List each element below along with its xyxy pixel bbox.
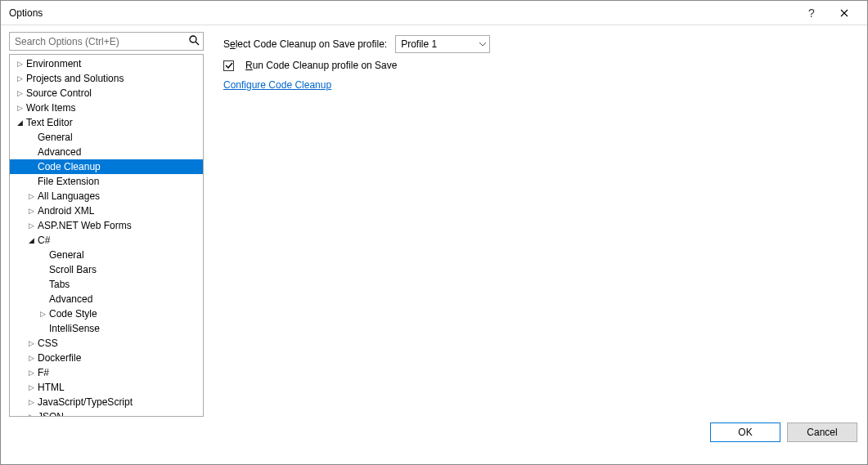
ok-button[interactable]: OK bbox=[710, 423, 780, 442]
tree-node[interactable]: ▷F# bbox=[10, 365, 203, 380]
tree-node-label: JavaScript/TypeScript bbox=[36, 396, 133, 408]
tree-node-label: Code Style bbox=[47, 308, 97, 320]
chevron-right-icon[interactable]: ▷ bbox=[26, 207, 36, 215]
tree-node[interactable]: ▷ASP.NET Web Forms bbox=[10, 218, 203, 233]
close-button[interactable] bbox=[828, 1, 861, 25]
tree-indent bbox=[26, 133, 36, 141]
chevron-right-icon[interactable]: ▷ bbox=[26, 339, 36, 347]
tree-indent bbox=[38, 280, 47, 288]
tree-node-label: Scroll Bars bbox=[47, 264, 97, 275]
tree-node-label: Environment bbox=[25, 58, 81, 69]
chevron-right-icon[interactable]: ▷ bbox=[26, 383, 36, 391]
tree-node[interactable]: General bbox=[10, 130, 203, 145]
tree-node-label: CSS bbox=[36, 338, 58, 349]
tree-node[interactable]: ▷All Languages bbox=[10, 189, 203, 203]
tree-node-label: All Languages bbox=[36, 190, 100, 202]
chevron-right-icon[interactable]: ▷ bbox=[26, 192, 36, 200]
tree-indent bbox=[26, 163, 36, 171]
tree-node-label: IntelliSense bbox=[47, 323, 100, 334]
profile-select[interactable]: Profile 1 bbox=[395, 35, 490, 53]
checkbox-row: Run Code Cleanup profile on Save bbox=[223, 58, 857, 73]
tree-node[interactable]: ▷Android XML bbox=[10, 203, 203, 218]
settings-panel: Select Code Cleanup on Save profile: Pro… bbox=[223, 32, 857, 417]
help-button[interactable]: ? bbox=[795, 1, 828, 25]
chevron-right-icon[interactable]: ▷ bbox=[26, 354, 36, 362]
tree-node-label: General bbox=[36, 132, 73, 143]
titlebar: Options ? bbox=[1, 1, 867, 25]
chevron-right-icon[interactable]: ▷ bbox=[26, 398, 36, 406]
tree-node-label: Advanced bbox=[36, 146, 81, 158]
tree-node[interactable]: ◢C# bbox=[10, 233, 203, 248]
tree-node-label: C# bbox=[36, 235, 50, 246]
chevron-right-icon[interactable]: ▷ bbox=[15, 104, 25, 112]
tree-node-label: JSON bbox=[36, 411, 64, 417]
tree-node-label: Code Cleanup bbox=[36, 161, 101, 172]
tree-indent bbox=[38, 266, 47, 274]
chevron-right-icon[interactable]: ▷ bbox=[38, 310, 47, 318]
dialog-footer: OK Cancel bbox=[1, 417, 867, 458]
configure-link[interactable]: Configure Code Cleanup bbox=[223, 79, 331, 91]
tree-node[interactable]: ▷CSS bbox=[10, 336, 203, 351]
tree-node[interactable]: Advanced bbox=[10, 145, 203, 159]
tree-indent bbox=[26, 177, 36, 186]
tree-indent bbox=[26, 148, 36, 156]
check-icon bbox=[225, 61, 233, 69]
tree-node[interactable]: IntelliSense bbox=[10, 321, 203, 336]
tree-node-label: ASP.NET Web Forms bbox=[36, 220, 132, 231]
tree-indent bbox=[38, 251, 47, 259]
tree-node-label: Work Items bbox=[25, 102, 75, 114]
tree-node-label: Projects and Solutions bbox=[25, 73, 124, 84]
tree-node[interactable]: ▷HTML bbox=[10, 380, 203, 395]
chevron-right-icon[interactable]: ▷ bbox=[15, 89, 25, 97]
tree-node[interactable]: ▷JSON bbox=[10, 409, 203, 417]
chevron-right-icon[interactable]: ▷ bbox=[26, 221, 36, 230]
tree-node[interactable]: ◢Text Editor bbox=[10, 115, 203, 130]
tree-node-label: General bbox=[47, 249, 84, 261]
cancel-button[interactable]: Cancel bbox=[787, 423, 857, 442]
tree-node[interactable]: File Extension bbox=[10, 174, 203, 189]
run-cleanup-checkbox[interactable] bbox=[223, 60, 234, 71]
tree-node[interactable]: Tabs bbox=[10, 277, 203, 292]
tree-node[interactable]: ▷Source Control bbox=[10, 86, 203, 101]
window-title: Options bbox=[9, 7, 795, 19]
tree-node[interactable]: ▷Projects and Solutions bbox=[10, 71, 203, 86]
tree-node[interactable]: Advanced bbox=[10, 292, 203, 306]
chevron-right-icon[interactable]: ▷ bbox=[15, 60, 25, 68]
left-panel: ▷Environment▷Projects and Solutions▷Sour… bbox=[9, 32, 204, 417]
chevron-right-icon[interactable]: ▷ bbox=[26, 369, 36, 377]
tree-node-label: Tabs bbox=[47, 279, 70, 290]
profile-select-value: Profile 1 bbox=[401, 38, 437, 50]
chevron-right-icon[interactable]: ▷ bbox=[26, 413, 36, 417]
profile-label: Select Code Cleanup on Save profile: bbox=[223, 38, 387, 50]
tree-node-label: F# bbox=[36, 367, 49, 378]
tree-node-label: File Extension bbox=[36, 176, 99, 187]
checkbox-label: Run Code Cleanup profile on Save bbox=[245, 60, 397, 71]
content-area: ▷Environment▷Projects and Solutions▷Sour… bbox=[1, 25, 867, 417]
tree-node-label: Dockerfile bbox=[36, 352, 81, 364]
search-input[interactable] bbox=[9, 32, 204, 51]
search-wrapper bbox=[9, 32, 204, 51]
tree-node[interactable]: General bbox=[10, 248, 203, 262]
chevron-down-icon[interactable]: ◢ bbox=[26, 236, 36, 244]
link-row: Configure Code Cleanup bbox=[223, 78, 857, 92]
tree-node-label: Advanced bbox=[47, 293, 92, 305]
tree-indent bbox=[38, 324, 47, 333]
close-icon bbox=[840, 9, 848, 17]
tree-indent bbox=[38, 295, 47, 303]
tree-node-label: Source Control bbox=[25, 87, 92, 99]
tree-node-label: Android XML bbox=[36, 205, 94, 217]
tree-node[interactable]: Code Cleanup bbox=[10, 159, 203, 174]
tree-node-label: Text Editor bbox=[25, 117, 73, 128]
tree-node[interactable]: ▷Code Style bbox=[10, 306, 203, 321]
tree-node-label: HTML bbox=[36, 382, 65, 393]
tree-node[interactable]: ▷JavaScript/TypeScript bbox=[10, 395, 203, 409]
chevron-down-icon[interactable]: ◢ bbox=[15, 118, 25, 127]
tree-node[interactable]: ▷Dockerfile bbox=[10, 351, 203, 365]
options-tree[interactable]: ▷Environment▷Projects and Solutions▷Sour… bbox=[9, 54, 204, 417]
chevron-right-icon[interactable]: ▷ bbox=[15, 74, 25, 83]
tree-node[interactable]: ▷Work Items bbox=[10, 101, 203, 115]
tree-node[interactable]: ▷Environment bbox=[10, 56, 203, 71]
profile-row: Select Code Cleanup on Save profile: Pro… bbox=[223, 35, 857, 53]
tree-node[interactable]: Scroll Bars bbox=[10, 262, 203, 277]
chevron-down-icon bbox=[479, 40, 486, 48]
